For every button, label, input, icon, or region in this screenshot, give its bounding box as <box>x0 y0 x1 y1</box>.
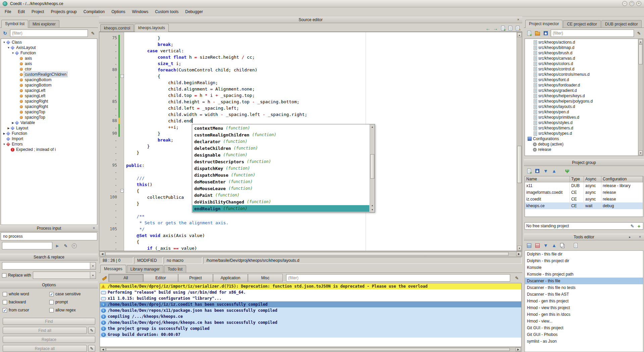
move-project-up-button[interactable]: ▲ <box>551 168 557 174</box>
code-line[interactable]: .− { <box>99 73 522 79</box>
completion-item[interactable]: contextMenu(function) <box>193 125 369 131</box>
log-row[interactable]: iGroup build duration: 00:00:07 <box>100 332 521 338</box>
expand-arrow-icon[interactable]: ▸ <box>629 235 631 239</box>
checkbox[interactable] <box>3 292 7 296</box>
project-file-item[interactable]: src/kheops/bitmap.d <box>525 45 643 50</box>
completion-item[interactable]: endRealign(function) <box>193 205 369 212</box>
scroll-up-icon[interactable]: ▲ <box>517 33 522 37</box>
collapse-icon[interactable]: ▼ <box>2 143 6 146</box>
option-backward[interactable]: backward <box>3 300 49 304</box>
scroll-up-icon[interactable]: ▲ <box>370 125 374 129</box>
column-header-async[interactable]: Async <box>584 176 601 182</box>
log-row[interactable]: ithe project group is successfully compi… <box>100 326 521 332</box>
menu-file[interactable]: File <box>1 8 14 15</box>
popup-scrollbar[interactable]: ▲ ▲ ▼ <box>370 124 375 212</box>
tab-dub-project-editor[interactable]: DUB project editor <box>601 20 642 27</box>
menu-edit[interactable]: Edit <box>14 8 28 15</box>
checkbox[interactable] <box>49 308 54 312</box>
option-whole-word[interactable]: whole word <box>3 292 49 296</box>
project-row[interactable]: iz.coeditCEasyncrelease <box>525 196 643 202</box>
symbol-item[interactable]: ▼Errors <box>1 141 97 147</box>
scroll-up-icon[interactable]: ▲ <box>639 39 643 44</box>
previous-location-button[interactable]: ← <box>485 25 491 32</box>
expand-icon[interactable]: ▶ <box>2 132 6 135</box>
scroll-left-icon[interactable]: ◀ <box>100 348 106 351</box>
checkbox[interactable] <box>49 300 54 304</box>
symbol-item[interactable]: Import <box>1 136 97 141</box>
configuration-item[interactable]: release <box>525 147 643 152</box>
code-line[interactable]: . /** <box>99 213 522 220</box>
symbol-item[interactable]: ▶Layout <box>1 125 97 131</box>
symbol-item[interactable]: spacingBottom <box>1 82 97 88</box>
find-all-button[interactable]: Find all <box>3 327 87 334</box>
scrollbar-thumb[interactable] <box>639 44 643 64</box>
menu-options[interactable]: Options <box>108 8 128 15</box>
minimize-button[interactable]: − <box>622 1 627 6</box>
symbol-item[interactable]: ctor <box>1 66 97 72</box>
option-allow-regex[interactable]: allow regex <box>49 308 95 312</box>
tab-library-manager[interactable]: Library manager <box>127 265 163 273</box>
code-line[interactable]: . child.beginRealign; <box>99 79 522 86</box>
symbol-item[interactable]: ▶Variable <box>1 120 97 125</box>
project-file-item[interactable]: src/kheops/styles.d <box>525 120 643 125</box>
project-file-item[interactable]: src/kheops/pen.d <box>525 109 643 115</box>
project-row[interactable]: kheops.ceCEwaitdebug <box>525 202 643 209</box>
log-row[interactable]: i/home/basile/Dev/repos/x11/package.json… <box>100 307 521 313</box>
collapse-icon[interactable]: ▼ <box>7 46 10 49</box>
new-file-button[interactable] <box>499 25 506 32</box>
project-file-item[interactable]: src/kheops/types.d <box>525 131 643 136</box>
completion-item[interactable]: declarator(function) <box>193 138 369 145</box>
log-row[interactable]: i/home/basile/Dev/dproj/iz/iz.coedit has… <box>100 301 521 307</box>
kill-process-button[interactable]: × <box>71 242 77 249</box>
symbol-options-button[interactable]: ✎ <box>90 30 96 37</box>
chevron-down-icon[interactable]: ▼ <box>90 272 96 279</box>
scrollbar-thumb[interactable] <box>370 154 374 179</box>
project-file-item[interactable]: src/kheops/timers.d <box>525 125 643 131</box>
find-button[interactable]: Find <box>3 318 95 325</box>
option-from-cursor[interactable]: ✓from cursor <box>3 308 49 312</box>
save-file-button[interactable] <box>507 25 514 32</box>
messages-filter-application[interactable]: Application <box>213 274 248 282</box>
close-icon[interactable]: × <box>516 17 521 21</box>
tab-ce-project-editor[interactable]: CE project editor <box>563 20 600 27</box>
symbol-item[interactable]: ▼AxisLayout <box>1 45 97 50</box>
refresh-symbols-button[interactable]: ↻ <box>2 30 8 37</box>
messages-filter-project[interactable]: Project <box>178 274 213 282</box>
symbol-item[interactable]: ▼Function <box>1 50 97 56</box>
add-tool-button[interactable] <box>526 242 532 249</box>
symbol-item[interactable]: axis <box>1 61 97 66</box>
code-line[interactable]: . size_t i; <box>99 60 522 67</box>
replace-term-combo[interactable]: ▼ <box>33 272 96 279</box>
tool-item[interactable]: Hmod - view... <box>525 318 643 325</box>
code-line[interactable]: . break; <box>99 41 522 48</box>
checkbox[interactable] <box>3 300 7 304</box>
code-line[interactable]: 88 child.end <box>99 118 522 124</box>
compile-group-button[interactable]: Ψ <box>564 168 571 174</box>
menu-windows[interactable]: Windows <box>129 8 152 15</box>
duplicate-tool-button[interactable] <box>559 242 566 249</box>
code-line[interactable]: . const float h = sizeRect.height / cc; <box>99 54 522 60</box>
scrollbar-thumb[interactable] <box>517 146 522 183</box>
completion-item[interactable]: deleteChildren(function) <box>193 145 369 152</box>
symbol-item[interactable]: ▶Function <box>1 131 97 136</box>
project-file-item[interactable]: src/kheops/control.d <box>525 66 643 72</box>
fold-marker[interactable]: − <box>120 189 124 192</box>
symbol-item[interactable]: spacingLeft <box>1 93 97 99</box>
symbol-item[interactable]: spacingBottom <box>1 77 97 82</box>
code-line[interactable]: . child.alignment = Alignment.none; <box>99 86 522 92</box>
symbol-filter-input[interactable] <box>10 30 88 37</box>
editor-vertical-scrollbar[interactable]: ▲ ▼ <box>517 32 522 251</box>
search-term-combo[interactable]: ▼ <box>2 262 96 270</box>
add-source-button[interactable] <box>526 30 532 37</box>
scroll-left-icon[interactable]: ◀ <box>100 252 105 256</box>
code-line[interactable]: . child.width = width - _spacing.left - … <box>99 111 522 118</box>
add-project-button[interactable] <box>526 168 532 174</box>
completion-item[interactable]: doMouseEnter(function) <box>193 178 369 185</box>
code-line[interactable]: 75 } <box>99 35 522 41</box>
messages-filter-all[interactable]: All <box>108 274 143 282</box>
scroll-down-icon[interactable]: ▼ <box>517 246 522 250</box>
menu-compilation[interactable]: Compilation <box>80 8 108 15</box>
log-row[interactable]: !/home/basile/Dev/dproj/iz/import/iz/ser… <box>100 283 521 289</box>
project-file-item[interactable]: src/kheops/helpers/keys.d <box>525 93 643 99</box>
completion-item[interactable]: doVisibilityChanged(function) <box>193 198 369 205</box>
